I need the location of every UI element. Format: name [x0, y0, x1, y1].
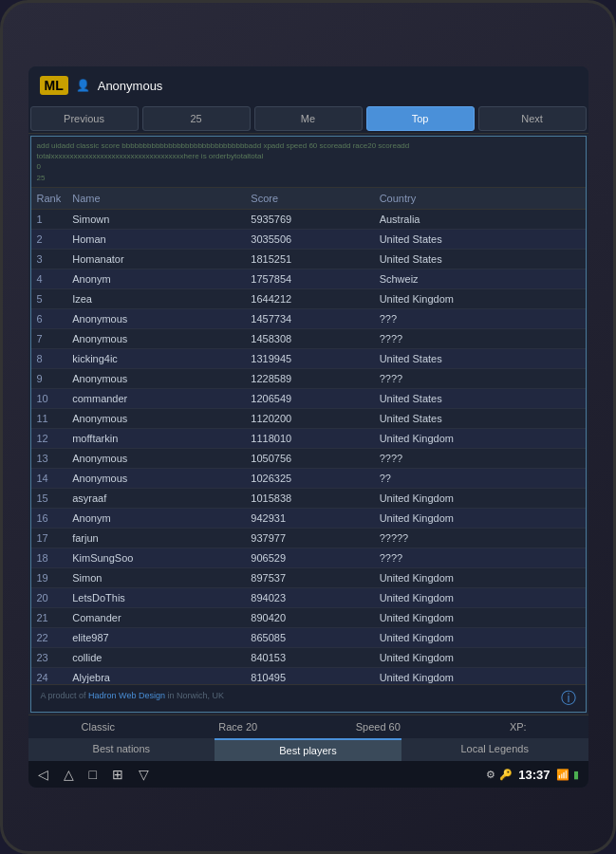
- cell-rank: 23: [31, 647, 67, 667]
- cell-score: 894023: [245, 587, 373, 607]
- cell-name: Anonym: [66, 508, 245, 528]
- table-row: 10commander1206549United States: [31, 388, 586, 408]
- cell-score: 3035506: [245, 229, 373, 249]
- cell-country: ???: [374, 308, 586, 328]
- cell-country: Schweiz: [374, 269, 586, 288]
- cell-score: 1319945: [245, 348, 373, 368]
- cell-rank: 24: [31, 667, 67, 684]
- tab-local-legends[interactable]: Local Legends: [401, 738, 588, 761]
- col-country: Country: [374, 188, 586, 210]
- cell-country: United Kingdom: [374, 607, 586, 627]
- cell-rank: 18: [31, 548, 67, 567]
- cell-country: Australia: [374, 209, 586, 229]
- home-button[interactable]: △: [64, 767, 74, 782]
- cell-rank: 15: [31, 488, 67, 508]
- tab-best-players[interactable]: Best players: [215, 738, 401, 761]
- cell-name: Anonymous: [66, 308, 245, 328]
- cell-score: 1120200: [245, 408, 373, 428]
- table-row: 17farjun937977?????: [31, 528, 586, 548]
- table-row: 2Homan3035506United States: [31, 229, 586, 249]
- cell-name: Anonymous: [66, 408, 245, 428]
- menu-triangle[interactable]: ▽: [139, 767, 149, 782]
- tab-previous[interactable]: Previous: [30, 106, 139, 131]
- settings-icon: ⚙: [486, 769, 495, 781]
- wifi-icon: 📶: [556, 769, 569, 781]
- cell-score: 937977: [245, 528, 373, 548]
- cell-name: Homanator: [66, 249, 245, 269]
- grid-button[interactable]: ⊞: [112, 767, 123, 782]
- cell-country: United Kingdom: [374, 667, 586, 684]
- cell-name: Izea: [66, 288, 245, 308]
- tab-me[interactable]: Me: [254, 106, 363, 131]
- cell-country: United Kingdom: [374, 647, 586, 667]
- table-row: 6Anonymous1457734???: [31, 308, 586, 328]
- cell-name: Anonym: [66, 269, 245, 288]
- info-icon[interactable]: ⓘ: [561, 691, 576, 706]
- status-bar: ⚙ 🔑 13:37 📶 ▮: [486, 768, 578, 782]
- tab-race20[interactable]: Race 20: [168, 715, 308, 738]
- content-area: add uidadd classic score bbbbbbbbbbbbbbb…: [30, 136, 587, 713]
- cell-score: 942931: [245, 508, 373, 528]
- cell-name: Anonymous: [66, 328, 245, 348]
- cell-score: 1815251: [245, 249, 373, 269]
- cell-score: 1228589: [245, 368, 373, 388]
- table-row: 14Anonymous1026325??: [31, 468, 586, 488]
- debug-text: add uidadd classic score bbbbbbbbbbbbbbb…: [31, 137, 586, 188]
- cell-score: 1458308: [245, 328, 373, 348]
- bottom-tabs-row1: Classic Race 20 Speed 60 XP:: [28, 715, 588, 738]
- cell-name: mofftarkin: [66, 428, 245, 448]
- cell-rank: 17: [31, 528, 67, 548]
- table-row: 12mofftarkin1118010United Kingdom: [31, 428, 586, 448]
- leaderboard[interactable]: Rank Name Score Country 1Simown5935769Au…: [31, 188, 586, 684]
- cell-country: United Kingdom: [374, 428, 586, 448]
- table-row: 11Anonymous1120200United States: [31, 408, 586, 428]
- tab-xp[interactable]: XP:: [448, 715, 588, 738]
- cell-name: Anonymous: [66, 468, 245, 488]
- cell-rank: 7: [31, 328, 67, 348]
- cell-rank: 16: [31, 508, 67, 528]
- tab-top[interactable]: Top: [366, 106, 475, 131]
- table-row: 22elite987865085United Kingdom: [31, 627, 586, 647]
- cell-country: United States: [374, 388, 586, 408]
- cell-rank: 6: [31, 308, 67, 328]
- cell-rank: 8: [31, 348, 67, 368]
- clock: 13:37: [518, 768, 550, 782]
- cell-rank: 13: [31, 448, 67, 468]
- cell-name: kicking4ic: [66, 348, 245, 368]
- cell-country: ??: [374, 468, 586, 488]
- cell-rank: 14: [31, 468, 67, 488]
- footer-link[interactable]: Hadron Web Design: [88, 691, 165, 700]
- table-row: 7Anonymous1458308????: [31, 328, 586, 348]
- table-row: 5Izea1644212United Kingdom: [31, 288, 586, 308]
- cell-name: farjun: [66, 528, 245, 548]
- table-row: 16Anonym942931United Kingdom: [31, 508, 586, 528]
- tab-classic[interactable]: Classic: [28, 715, 169, 738]
- table-row: 9Anonymous1228589????: [31, 368, 586, 388]
- table-row: 24Alyjebra810495United Kingdom: [31, 667, 586, 684]
- screen: ML 👤 Anonymous Previous 25 Me Top Next a…: [28, 66, 588, 788]
- cell-score: 1644212: [245, 288, 373, 308]
- cell-name: Simon: [66, 567, 245, 587]
- back-button[interactable]: ◁: [38, 767, 48, 782]
- cell-name: Comander: [66, 607, 245, 627]
- leaderboard-table: Rank Name Score Country 1Simown5935769Au…: [31, 188, 586, 684]
- cell-score: 1015838: [245, 488, 373, 508]
- cell-score: 897537: [245, 567, 373, 587]
- cell-country: United Kingdom: [374, 288, 586, 308]
- cell-rank: 1: [31, 209, 67, 229]
- tab-next[interactable]: Next: [478, 106, 587, 131]
- table-row: 23collide840153United Kingdom: [31, 647, 586, 667]
- cell-score: 1026325: [245, 468, 373, 488]
- recent-button[interactable]: □: [89, 767, 97, 782]
- tab-best-nations[interactable]: Best nations: [28, 738, 215, 761]
- cell-rank: 5: [31, 288, 67, 308]
- cell-score: 1457734: [245, 308, 373, 328]
- tab-25[interactable]: 25: [142, 106, 251, 131]
- tab-speed60[interactable]: Speed 60: [308, 715, 449, 738]
- cell-score: 5935769: [245, 209, 373, 229]
- cell-country: ????: [374, 328, 586, 348]
- cell-rank: 12: [31, 428, 67, 448]
- app-logo: ML: [40, 76, 68, 95]
- cell-score: 906529: [245, 548, 373, 567]
- cell-country: ????: [374, 368, 586, 388]
